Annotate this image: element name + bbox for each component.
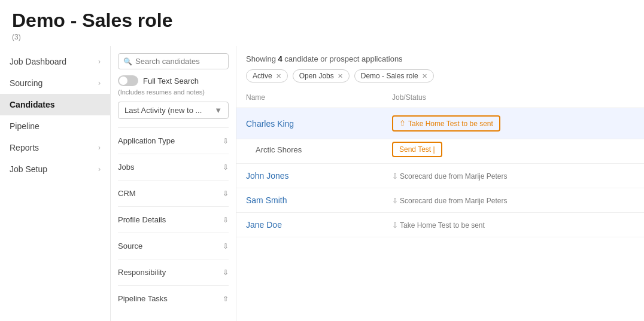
chevron-down-icon: ⇩: [223, 189, 229, 198]
sidebar-item-label: Job Dashboard: [10, 57, 66, 66]
filter-section-label: Pipeline Tasks: [118, 294, 168, 303]
content-header: Showing 4 candidate or prospect applicat…: [236, 46, 644, 87]
filter-section-header-source[interactable]: Source ⇩: [118, 239, 229, 253]
table-row: Charles King ⇧ Take Home Test to be sent: [236, 108, 644, 139]
toggle-knob: [119, 77, 127, 85]
filter-section-label: Responsibility: [118, 268, 166, 277]
sidebar-item-label: Sourcing: [10, 78, 42, 88]
page-header: Demo - Sales role (3): [0, 0, 644, 46]
main-content: Showing 4 candidate or prospect applicat…: [236, 46, 644, 321]
full-text-search-toggle[interactable]: [118, 75, 138, 86]
filter-tag-label: Open Jobs: [299, 72, 334, 80]
send-test-button[interactable]: Send Test |: [392, 142, 442, 157]
sidebar-item-label: Candidates: [10, 100, 54, 109]
chevron-down-icon: ⇩: [223, 163, 229, 172]
filter-panel: 🔍 Full Text Search (Includes resumes and…: [111, 46, 236, 321]
chevron-down-icon: ⇩: [223, 268, 229, 277]
sidebar-item-sourcing[interactable]: Sourcing›: [0, 72, 110, 94]
candidates-table: Name Job/Status Charles King ⇧ Take Home…: [236, 87, 644, 237]
filter-section-header-responsibility[interactable]: Responsibility ⇩: [118, 265, 229, 279]
candidate-name[interactable]: Jane Doe: [246, 220, 282, 230]
filter-section-header-pipeline-tasks[interactable]: Pipeline Tasks ⇧: [118, 292, 229, 305]
candidate-name-cell: Charles King: [236, 108, 382, 139]
search-icon: 🔍: [123, 57, 132, 66]
status-cell: ⇩Scorecard due from Marije Peters: [392, 197, 507, 205]
filter-tag-remove-icon[interactable]: ✕: [338, 72, 343, 80]
candidate-status-cell: ⇩Scorecard due from Marije Peters: [382, 188, 644, 213]
filter-sections: Application Type ⇩ Jobs ⇩ CRM ⇩ Profile …: [118, 127, 229, 311]
candidate-name-cell: John Jones: [236, 164, 382, 188]
filter-section-header-crm[interactable]: CRM ⇩: [118, 187, 229, 200]
status-badge: ⇧ Take Home Test to be sent: [392, 115, 500, 132]
filter-tag[interactable]: Demo - Sales role✕: [354, 69, 434, 82]
sort-dropdown-arrow: ▼: [214, 106, 222, 115]
filter-section-jobs: Jobs ⇩: [118, 154, 229, 180]
sub-status-cell: Send Test |: [382, 139, 644, 164]
table-container: Name Job/Status Charles King ⇧ Take Home…: [236, 87, 644, 321]
showing-count: 4: [278, 54, 282, 63]
candidate-name[interactable]: Sam Smith: [246, 195, 287, 205]
sidebar-item-job-dashboard[interactable]: Job Dashboard›: [0, 51, 110, 72]
candidate-status-cell: ⇩Scorecard due from Marije Peters: [382, 164, 644, 188]
full-text-search-label: Full Text Search: [143, 77, 199, 85]
status-cell: ⇩Take Home Test to be sent: [392, 221, 485, 230]
filter-tag[interactable]: Open Jobs✕: [293, 69, 350, 82]
chevron-down-icon: ⇩: [223, 137, 229, 145]
filter-section-label: Application Type: [118, 136, 175, 145]
sidebar-item-candidates[interactable]: Candidates: [0, 94, 110, 115]
filter-section-pipeline-tasks: Pipeline Tasks ⇧: [118, 285, 229, 311]
filter-tag-label: Demo - Sales role: [361, 72, 418, 80]
filter-section-header-jobs[interactable]: Jobs ⇩: [118, 160, 229, 174]
chevron-down-icon: ⇩: [223, 216, 229, 224]
filter-tag[interactable]: Active✕: [246, 69, 288, 82]
sidebar-item-pipeline[interactable]: Pipeline: [0, 115, 110, 137]
filter-section-label: Profile Details: [118, 215, 166, 224]
status-cell: ⇩Scorecard due from Marije Peters: [392, 172, 507, 181]
candidate-status-cell: ⇧ Take Home Test to be sent: [382, 108, 644, 139]
table-row: Jane Doe ⇩Take Home Test to be sent: [236, 213, 644, 237]
sort-dropdown[interactable]: Last Activity (new to ... ▼: [118, 102, 229, 119]
chevron-up-icon: ⇧: [223, 295, 229, 303]
filter-section-header-profile-details[interactable]: Profile Details ⇩: [118, 213, 229, 227]
main-layout: Job Dashboard›Sourcing›CandidatesPipelin…: [0, 46, 644, 321]
chevron-right-icon: ›: [98, 165, 101, 173]
page-subtitle: (3): [12, 33, 632, 41]
search-input[interactable]: [135, 57, 223, 66]
filter-section-responsibility: Responsibility ⇩: [118, 259, 229, 285]
filter-section-header-application-type[interactable]: Application Type ⇩: [118, 134, 229, 148]
filter-section-label: Source: [118, 241, 142, 250]
down-arrow-icon: ⇩: [392, 197, 398, 205]
sidebar-item-job-setup[interactable]: Job Setup›: [0, 158, 110, 180]
up-arrow-icon: ⇧: [399, 119, 406, 128]
filter-tag-label: Active: [253, 72, 272, 80]
down-arrow-icon: ⇩: [392, 172, 398, 181]
sort-label: Last Activity (new to ...: [124, 106, 202, 115]
table-row: John Jones ⇩Scorecard due from Marije Pe…: [236, 164, 644, 188]
candidate-status-cell: ⇩Take Home Test to be sent: [382, 213, 644, 237]
filter-section-label: CRM: [118, 189, 136, 198]
filter-tag-remove-icon[interactable]: ✕: [422, 72, 427, 80]
page-title: Demo - Sales role: [12, 10, 632, 32]
chevron-right-icon: ›: [98, 57, 101, 66]
full-text-search-sublabel: (Includes resumes and notes): [118, 88, 229, 96]
showing-prefix: Showing: [246, 54, 278, 63]
col-job-status: Job/Status: [382, 87, 644, 108]
sidebar-item-reports[interactable]: Reports›: [0, 137, 110, 158]
candidate-name[interactable]: John Jones: [246, 171, 289, 181]
col-name: Name: [236, 87, 382, 108]
full-text-search-row: Full Text Search: [118, 75, 229, 86]
sub-table-row: Arctic Shores Send Test |: [236, 139, 644, 164]
search-box[interactable]: 🔍: [118, 53, 229, 69]
sub-candidate-name: Arctic Shores: [256, 145, 302, 154]
filter-section-profile-details: Profile Details ⇩: [118, 206, 229, 233]
sidebar-item-label: Pipeline: [10, 121, 40, 131]
filter-tags: Active✕Open Jobs✕Demo - Sales role✕: [246, 69, 634, 82]
filter-section-label: Jobs: [118, 163, 134, 172]
filter-section-application-type: Application Type ⇩: [118, 127, 229, 154]
chevron-right-icon: ›: [98, 143, 101, 152]
filter-tag-remove-icon[interactable]: ✕: [276, 72, 281, 80]
candidate-name[interactable]: Charles King: [246, 119, 294, 129]
sidebar-item-label: Reports: [10, 143, 39, 152]
filter-section-source: Source ⇩: [118, 233, 229, 259]
showing-suffix: candidate or prospect applications: [282, 54, 403, 63]
